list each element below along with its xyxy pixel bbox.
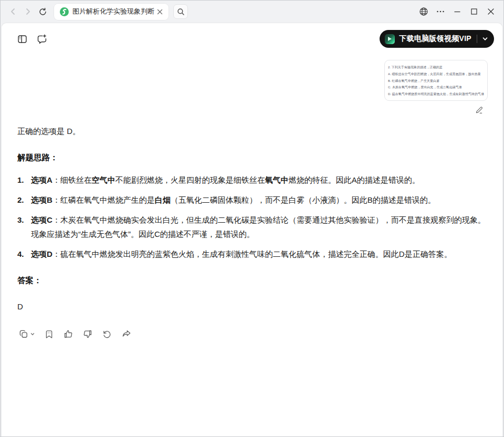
new-chat-button[interactable] bbox=[33, 30, 50, 48]
question-image-line: C. 木炭在氧气中燃烧，发出白光，生成二氧化碳气体 bbox=[388, 84, 484, 91]
chevron-down-icon[interactable] bbox=[481, 35, 489, 43]
analysis-item: 3.选项C：木炭在氧气中燃烧确实会发出白光，但生成的二氧化碳是实验结论（需要通过… bbox=[17, 213, 488, 241]
thumbs-up-button[interactable] bbox=[62, 327, 75, 341]
analysis-item-text: 选项C：木炭在氧气中燃烧确实会发出白光，但生成的二氧化碳是实验结论（需要通过其他… bbox=[31, 213, 488, 241]
close-window-button[interactable] bbox=[482, 4, 499, 19]
thumbs-up-icon bbox=[63, 329, 74, 339]
answer-intro: 正确的选项是 D。 bbox=[17, 124, 488, 138]
vip-button-divider bbox=[477, 35, 477, 43]
menu-button[interactable] bbox=[432, 4, 449, 19]
copy-icon bbox=[18, 329, 29, 339]
forward-button[interactable] bbox=[20, 4, 35, 19]
back-button[interactable] bbox=[6, 4, 20, 19]
edit-message-button[interactable] bbox=[472, 103, 485, 116]
share-button[interactable] bbox=[120, 327, 133, 341]
search-button[interactable] bbox=[173, 4, 188, 19]
forward-icon bbox=[24, 7, 32, 16]
ellipsis-icon bbox=[436, 7, 445, 16]
question-image-line: A. 细铁丝在空气中剧烈燃烧，火星四射，生成黑色固体，放出热量 bbox=[388, 71, 484, 78]
regenerate-icon bbox=[102, 329, 112, 339]
download-vip-button[interactable]: 下载电脑版领视频VIP bbox=[380, 30, 494, 48]
minimize-icon bbox=[453, 7, 461, 16]
analysis-list: 1.选项A：细铁丝在空气中不能剧烈燃烧，火星四射的现象是细铁丝在氧气中燃烧的特征… bbox=[17, 173, 488, 261]
final-answer: D bbox=[17, 300, 488, 314]
user-message-row: 2. 下列关于实验现象的描述，正确的是A. 细铁丝在空气中剧烈燃烧，火星四射，生… bbox=[17, 60, 488, 101]
question-image-line: B. 红磷在氧气中燃烧，产生大量白雾 bbox=[388, 77, 484, 84]
tab-title: 图片解析化学实验现象判断 bbox=[72, 7, 155, 16]
app-toolbar: 下载电脑版领视频VIP bbox=[2, 23, 502, 55]
bookmark-icon bbox=[44, 329, 54, 339]
question-image-thumbnail[interactable]: 2. 下列关于实验现象的描述，正确的是A. 细铁丝在空气中剧烈燃烧，火星四射，生… bbox=[384, 60, 488, 101]
close-icon bbox=[487, 7, 495, 16]
maximize-button[interactable] bbox=[466, 4, 482, 19]
thumbs-down-icon bbox=[82, 329, 93, 339]
question-image-line: D. 硫在氧气中燃烧发出明亮的蓝紫色火焰，生成有刺激性气味的气体 bbox=[388, 91, 484, 98]
analysis-item-number: 2. bbox=[17, 193, 31, 207]
thumbs-down-button[interactable] bbox=[81, 327, 94, 341]
analysis-item-text: 选项D：硫在氧气中燃烧发出明亮的蓝紫色火焰，生成有刺激性气味的二氧化硫气体，描述… bbox=[31, 247, 488, 261]
minimize-button[interactable] bbox=[449, 4, 466, 19]
copy-options-chevron-icon[interactable] bbox=[30, 331, 35, 337]
tab-close-icon[interactable] bbox=[155, 7, 164, 16]
analysis-item-number: 3. bbox=[17, 213, 31, 241]
message-actions bbox=[17, 327, 488, 341]
sidebar-toggle-button[interactable] bbox=[13, 30, 31, 48]
user-message-actions bbox=[17, 103, 488, 116]
question-image-lines: 2. 下列关于实验现象的描述，正确的是A. 细铁丝在空气中剧烈燃烧，火星四射，生… bbox=[388, 64, 484, 97]
analysis-item-number: 1. bbox=[17, 173, 31, 187]
analysis-item-text: 选项B：红磷在氧气中燃烧产生的是白烟（五氧化二磷固体颗粒），而不是白雾（小液滴）… bbox=[31, 193, 488, 207]
sidebar-icon bbox=[17, 34, 28, 45]
desktop-app-icon bbox=[385, 34, 395, 44]
search-icon bbox=[177, 8, 185, 16]
assistant-message: 正确的选项是 D。 解题思路： 1.选项A：细铁丝在空气中不能剧烈燃烧，火星四射… bbox=[17, 124, 488, 341]
analysis-item: 4.选项D：硫在氧气中燃烧发出明亮的蓝紫色火焰，生成有刺激性气味的二氧化硫气体，… bbox=[17, 247, 488, 261]
regenerate-button[interactable] bbox=[101, 327, 113, 341]
maximize-icon bbox=[470, 7, 478, 16]
pencil-icon bbox=[475, 106, 484, 115]
refresh-button[interactable] bbox=[35, 4, 50, 19]
doubao-logo-icon bbox=[60, 7, 69, 16]
analysis-item: 1.选项A：细铁丝在空气中不能剧烈燃烧，火星四射的现象是细铁丝在氧气中燃烧的特征… bbox=[17, 173, 488, 187]
share-icon bbox=[121, 329, 132, 339]
browser-tab[interactable]: 图片解析化学实验现象判断 bbox=[54, 4, 169, 20]
analysis-heading: 解题思路： bbox=[17, 151, 488, 164]
globe-icon bbox=[419, 7, 428, 16]
chat-area: 2. 下列关于实验现象的描述，正确的是A. 细铁丝在空气中剧烈燃烧，火星四射，生… bbox=[2, 55, 502, 436]
bookmark-button[interactable] bbox=[43, 327, 55, 341]
app-window: 图片解析化学实验现象判断 bbox=[0, 0, 504, 437]
back-icon bbox=[9, 7, 17, 16]
answer-heading: 答案： bbox=[17, 274, 488, 287]
refresh-icon bbox=[38, 7, 47, 16]
globe-button[interactable] bbox=[415, 4, 432, 19]
analysis-item-text: 选项A：细铁丝在空气中不能剧烈燃烧，火星四射的现象是细铁丝在氧气中燃烧的特征。因… bbox=[31, 173, 488, 187]
vip-button-label: 下载电脑版领视频VIP bbox=[399, 34, 471, 44]
copy-button[interactable] bbox=[17, 327, 36, 341]
analysis-item: 2.选项B：红磷在氧气中燃烧产生的是白烟（五氧化二磷固体颗粒），而不是白雾（小液… bbox=[17, 193, 488, 207]
browser-titlebar: 图片解析化学实验现象判断 bbox=[1, 1, 503, 23]
analysis-item-number: 4. bbox=[17, 247, 31, 261]
content-panel: 下载电脑版领视频VIP 2. 下列关于实验现象的描述，正确的是A. 细铁丝在空气… bbox=[1, 23, 503, 436]
question-image-line: 2. 下列关于实验现象的描述，正确的是 bbox=[388, 64, 484, 71]
new-chat-icon bbox=[36, 34, 47, 45]
